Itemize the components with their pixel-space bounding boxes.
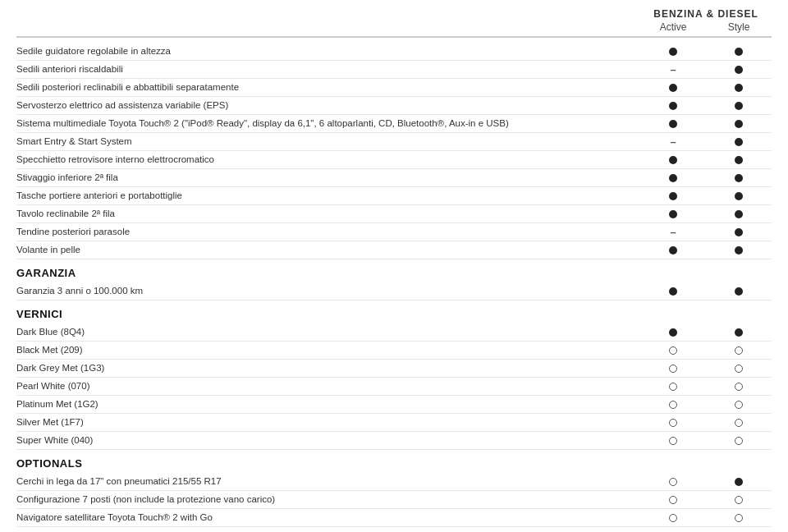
empty-dot-icon — [735, 383, 743, 391]
feature-col-style — [706, 156, 772, 164]
feature-col-active — [640, 328, 706, 337]
feature-table: Sedile guidatore regolabile in altezzaSe… — [16, 43, 772, 532]
filled-dot-icon — [669, 210, 677, 218]
filled-dot-icon — [735, 102, 743, 110]
feature-col-style — [706, 63, 772, 76]
feature-label: Sistema multimediale Toyota Touch® 2 ("i… — [16, 117, 640, 130]
filled-dot-icon — [735, 138, 743, 146]
feature-col-style — [706, 102, 772, 110]
feature-cols — [640, 496, 772, 504]
filled-dot-icon — [735, 478, 743, 486]
feature-label: Servosterzo elettrico ad assistenza vari… — [16, 99, 640, 112]
empty-dot-icon — [669, 496, 677, 504]
filled-dot-icon — [669, 120, 677, 128]
feature-row: GARANZIA — [16, 264, 772, 282]
dash-icon: – — [670, 135, 676, 148]
feature-col-active — [640, 419, 706, 427]
feature-col-active — [640, 174, 706, 182]
feature-cols — [640, 419, 772, 427]
page-container: BENZINA & DIESEL Active Style Sedile gui… — [0, 0, 788, 532]
feature-label: Tavolo reclinabile 2ª fila — [16, 208, 640, 220]
feature-cols: – — [640, 135, 772, 148]
section-header: VERNICI — [16, 308, 772, 322]
feature-cols: – — [640, 63, 772, 76]
feature-col-style — [706, 383, 772, 391]
feature-row: Pearl White (070) — [16, 378, 772, 396]
filled-dot-icon — [669, 192, 677, 200]
empty-dot-icon — [669, 478, 677, 486]
filled-dot-icon — [669, 48, 677, 56]
feature-col-style — [706, 478, 772, 486]
empty-dot-icon — [735, 514, 743, 522]
empty-dot-icon — [669, 419, 677, 427]
feature-cols — [640, 346, 772, 355]
filled-dot-icon — [735, 328, 743, 337]
feature-col-style — [706, 496, 772, 504]
feature-row: Configurazione 7 posti (non include la p… — [16, 491, 772, 509]
feature-label: Dark Grey Met (1G3) — [16, 362, 640, 374]
feature-col-active — [640, 156, 706, 164]
feature-row: Sedili anteriori riscaldabili– — [16, 61, 772, 79]
feature-col-active: – — [640, 226, 706, 238]
feature-col-active — [640, 120, 706, 128]
feature-row: Smart Entry & Start System– — [16, 133, 772, 151]
filled-dot-icon — [669, 328, 677, 337]
filled-dot-icon — [669, 156, 677, 164]
filled-dot-icon — [735, 192, 743, 200]
feature-cols — [640, 437, 772, 445]
feature-col-active — [640, 365, 706, 373]
feature-col-active — [640, 48, 706, 56]
col-header-active: Active — [640, 21, 706, 33]
feature-row: Tavolo reclinabile 2ª fila — [16, 205, 772, 223]
filled-dot-icon — [735, 66, 743, 74]
feature-col-active — [640, 346, 706, 355]
feature-col-style — [706, 346, 772, 355]
feature-row: Platinum Met (1G2) — [16, 396, 772, 414]
feature-cols: – — [640, 226, 772, 238]
feature-cols — [640, 48, 772, 56]
feature-col-active — [640, 246, 706, 255]
feature-row: Sedili posteriori reclinabili e abbattib… — [16, 79, 772, 97]
filled-dot-icon — [735, 156, 743, 164]
feature-cols — [640, 383, 772, 391]
feature-row: Dark Grey Met (1G3) — [16, 360, 772, 378]
col-header-style: Style — [706, 21, 772, 33]
feature-row: Stivaggio inferiore 2ª fila — [16, 169, 772, 187]
section-title: BENZINA & DIESEL — [640, 8, 772, 20]
feature-row: Servosterzo elettrico ad assistenza vari… — [16, 97, 772, 115]
feature-row: OPTIONALS — [16, 455, 772, 473]
empty-dot-icon — [735, 401, 743, 409]
feature-label: Navigatore satellitare Toyota Touch® 2 w… — [16, 511, 640, 524]
filled-dot-icon — [735, 246, 743, 255]
feature-col-style — [706, 287, 772, 296]
feature-col-style — [706, 192, 772, 200]
feature-row: Dark Blue (8Q4) — [16, 323, 772, 342]
feature-cols — [640, 514, 772, 522]
feature-cols — [640, 401, 772, 409]
feature-cols — [640, 156, 772, 164]
feature-row: Garanzia 3 anni o 100.000 km — [16, 282, 772, 300]
feature-row: Sistema multimediale Toyota Touch® 2 ("i… — [16, 115, 772, 133]
feature-label: Pearl White (070) — [16, 380, 640, 392]
feature-col-active: – — [640, 135, 706, 148]
empty-dot-icon — [735, 365, 743, 373]
feature-label: Sedile guidatore regolabile in altezza — [16, 45, 640, 57]
empty-dot-icon — [669, 437, 677, 445]
filled-dot-icon — [735, 228, 743, 236]
feature-col-style — [706, 226, 772, 238]
feature-row: Specchietto retrovisore interno elettroc… — [16, 151, 772, 169]
filled-dot-icon — [735, 210, 743, 218]
feature-label: Tasche portiere anteriori e portabottigl… — [16, 190, 640, 202]
filled-dot-icon — [669, 287, 677, 296]
empty-dot-icon — [669, 365, 677, 373]
feature-label: Cerchi in lega da 17" con pneumatici 215… — [16, 475, 640, 488]
feature-col-style — [706, 84, 772, 92]
feature-col-style — [706, 120, 772, 128]
feature-row: Tasche portiere anteriori e portabottigl… — [16, 187, 772, 205]
feature-row: Volante in pelle — [16, 241, 772, 259]
feature-cols — [640, 84, 772, 92]
feature-row: Black Met (209) — [16, 342, 772, 360]
feature-cols — [640, 478, 772, 486]
feature-col-style — [706, 419, 772, 427]
feature-label: Garanzia 3 anni o 100.000 km — [16, 285, 640, 297]
